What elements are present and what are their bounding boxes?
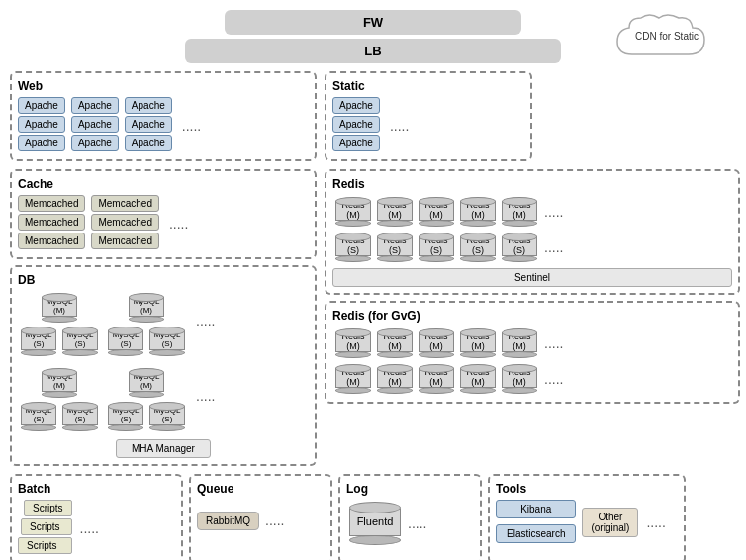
web-stack-3: Apache Apache Apache <box>125 97 172 153</box>
db-dots-2: ..... <box>196 366 215 425</box>
db-group-2: MySQL(M) MySQL(S) <box>105 291 188 358</box>
svg-text:CDN for Static: CDN for Static <box>635 31 699 42</box>
mha-box: MHA Manager <box>116 439 211 458</box>
batch-scripts: Scripts Scripts Scripts <box>18 500 72 556</box>
static-box: Static Apache Apache Apache ..... <box>325 71 532 161</box>
web-stack-2: Apache Apache Apache <box>71 97 119 153</box>
redis-gvg-box: Redis (for GvG) Redis(M) Redis(M) Redis(… <box>325 301 740 404</box>
web-label: Web <box>18 79 309 93</box>
redis-m-dots: ..... <box>544 197 563 227</box>
batch-box: Batch Scripts Scripts Scripts ..... <box>10 474 183 560</box>
web-dots: ..... <box>182 111 201 140</box>
static-label: Static <box>332 79 524 93</box>
static-dots: ..... <box>390 111 409 140</box>
web-stack-1: Apache Apache Apache <box>18 97 65 153</box>
redis-label: Redis <box>332 177 732 191</box>
cache-dots: ..... <box>169 209 188 238</box>
db-label: DB <box>18 273 309 287</box>
redis-gvg-label: Redis (for GvG) <box>332 309 732 323</box>
cache-label: Cache <box>18 177 309 191</box>
tools-label: Tools <box>496 482 678 496</box>
log-box: Log Fluentd ..... <box>338 474 482 560</box>
rabbitmq-box: RabbitMQ <box>197 512 259 530</box>
queue-dots: ..... <box>265 506 284 535</box>
lb-bar: LB <box>185 39 561 63</box>
redis-s-dots: ..... <box>544 233 563 262</box>
sentinel-box: Sentinel <box>332 268 732 287</box>
redis-gvg-m-dots: ..... <box>544 328 563 358</box>
db-group-1: MySQL(M) MySQL(S) <box>18 291 101 358</box>
other-box: Other(original) <box>582 508 638 537</box>
redis-gvg-m2-dots: ..... <box>544 364 563 394</box>
db-group-3: MySQL(M) MySQL(S) <box>18 366 101 433</box>
cdn-cloud: CDN for Static <box>607 10 726 64</box>
elasticsearch-box: Elasticsearch <box>496 524 576 543</box>
db-group-4: MySQL(M) MySQL(S) <box>105 366 188 433</box>
db-dots-1: ..... <box>196 291 215 350</box>
batch-label: Batch <box>18 482 175 496</box>
tools-box: Tools Kibana Elasticsearch Other(origina… <box>488 474 686 560</box>
queue-label: Queue <box>197 482 325 496</box>
cache-stack-1: Memcached Memcached Memcached <box>18 195 85 251</box>
log-dots: ..... <box>408 509 426 538</box>
cache-stack-2: Memcached Memcached Memcached <box>91 195 158 251</box>
db-box: DB MySQL(M) <box>10 265 317 466</box>
web-box: Web Apache Apache Apache Apache Apache A… <box>10 71 317 161</box>
batch-dots: ..... <box>80 513 99 543</box>
diagram: FW CDN for Static LB Web Apache Apache A… <box>0 0 746 560</box>
fw-bar: FW <box>225 10 521 35</box>
queue-box-container: Queue RabbitMQ ..... <box>189 474 332 560</box>
log-label: Log <box>346 482 474 496</box>
static-stack-1: Apache Apache Apache <box>332 97 380 153</box>
tools-dots: ..... <box>646 508 665 537</box>
redis-box: Redis Redis(M) Redis(M) Redis(M) Redis(M… <box>325 169 740 295</box>
cache-box: Cache Memcached Memcached Memcached Memc… <box>10 169 317 259</box>
kibana-box: Kibana <box>496 500 576 518</box>
